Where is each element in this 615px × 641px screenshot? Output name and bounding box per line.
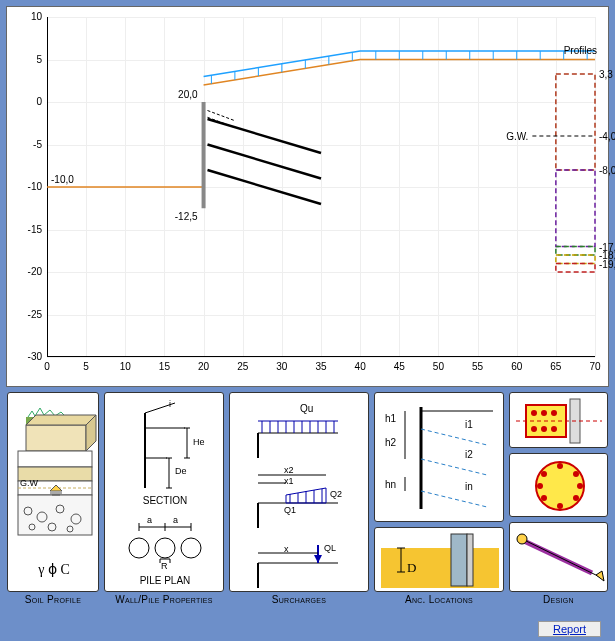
toolbox-row: G.W γ ϕ C Soil Profile i [6, 392, 609, 614]
y-tick: 0 [12, 96, 42, 107]
svg-line-114 [421, 491, 487, 507]
svg-point-129 [541, 426, 547, 432]
design-anchor-card[interactable] [509, 522, 608, 592]
embedment-icon [375, 528, 505, 593]
svg-text:-8,0: -8,0 [599, 165, 615, 176]
svg-point-144 [517, 534, 527, 544]
anc-label: Anc. Locations [374, 594, 504, 605]
hn-label: hn [385, 479, 396, 490]
x-tick: 35 [311, 361, 331, 372]
design-rect-icon [510, 393, 609, 449]
svg-text:G.W.: G.W. [506, 131, 528, 142]
y-tick: 5 [12, 54, 42, 65]
svg-point-139 [541, 495, 547, 501]
wall-pile-card[interactable]: i He De SECTION a a R PILE PLAN [104, 392, 224, 592]
he-label: He [193, 437, 205, 447]
a-label-2: a [173, 515, 178, 525]
svg-line-143 [518, 537, 600, 577]
a-label-1: a [147, 515, 152, 525]
svg-point-126 [541, 410, 547, 416]
x-tick: 70 [585, 361, 605, 372]
design-anchor-icon [510, 523, 609, 593]
plan-label: PILE PLAN [105, 575, 225, 586]
svg-line-20 [207, 119, 321, 153]
svg-point-140 [537, 483, 543, 489]
svg-rect-27 [556, 264, 595, 273]
svg-text:i: i [169, 399, 171, 409]
svg-text:-19,0: -19,0 [599, 259, 615, 270]
svg-text:20,0: 20,0 [178, 89, 198, 100]
embedment-card[interactable]: D [374, 527, 504, 592]
x2-label: x2 [284, 465, 294, 475]
i1-label: i1 [465, 419, 473, 430]
chart-overlay: 20,0-12,5-10,0ProfilesG.W.-4,03,3-8,0-17… [47, 17, 595, 357]
surcharges-card[interactable]: Qu Q1 Q2 QL x x1 x2 [229, 392, 369, 592]
x-tick: 50 [428, 361, 448, 372]
svg-rect-120 [467, 534, 473, 586]
svg-point-71 [129, 538, 149, 558]
surcharges-label: Surcharges [229, 594, 369, 605]
soil-profile-card[interactable]: G.W γ ϕ C [7, 392, 99, 592]
x-tick: 20 [194, 361, 214, 372]
surcharges-icon [230, 393, 370, 593]
svg-point-137 [573, 495, 579, 501]
x-tick: 55 [468, 361, 488, 372]
svg-marker-108 [314, 555, 322, 563]
y-tick: 10 [12, 11, 42, 22]
x-tick: 30 [272, 361, 292, 372]
svg-text:Profiles: Profiles [564, 45, 597, 56]
svg-text:3,3: 3,3 [599, 69, 613, 80]
anc-locations-card[interactable]: h1 h2 hn i1 i2 in [374, 392, 504, 522]
ql-label: QL [324, 543, 336, 553]
svg-marker-145 [596, 571, 604, 581]
design-rect-card[interactable] [509, 392, 608, 448]
svg-line-113 [421, 459, 487, 475]
y-tick: -10 [12, 181, 42, 192]
x-tick: 65 [546, 361, 566, 372]
x-tick: 10 [115, 361, 135, 372]
svg-line-112 [421, 429, 487, 445]
in-label: in [465, 481, 473, 492]
y-tick: -20 [12, 266, 42, 277]
y-tick: -5 [12, 139, 42, 150]
svg-rect-26 [556, 255, 595, 264]
svg-point-72 [155, 538, 175, 558]
x-tick: 25 [233, 361, 253, 372]
h2-label: h2 [385, 437, 396, 448]
design-circle-card[interactable] [509, 453, 608, 517]
svg-point-73 [181, 538, 201, 558]
svg-point-136 [577, 483, 583, 489]
svg-point-127 [551, 410, 557, 416]
svg-point-130 [551, 426, 557, 432]
svg-point-134 [557, 463, 563, 469]
svg-rect-25 [556, 247, 595, 256]
svg-line-21 [207, 145, 321, 179]
q2-label: Q2 [330, 489, 342, 499]
svg-point-128 [531, 426, 537, 432]
x-label: x [284, 544, 289, 554]
svg-rect-119 [451, 534, 467, 586]
svg-text:-12,5: -12,5 [175, 211, 198, 222]
y-tick: -25 [12, 309, 42, 320]
x-tick: 5 [76, 361, 96, 372]
i2-label: i2 [465, 449, 473, 460]
x-tick: 15 [154, 361, 174, 372]
soil-glyphs: γ ϕ C [8, 561, 100, 578]
svg-rect-118 [381, 548, 499, 588]
de-label: De [175, 466, 187, 476]
wall-pile-label: Wall/Pile Properties [104, 594, 224, 605]
y-tick: -15 [12, 224, 42, 235]
d-label: D [407, 560, 416, 576]
svg-rect-42 [26, 425, 86, 451]
svg-point-135 [573, 471, 579, 477]
r-label: R [161, 561, 168, 571]
report-button[interactable]: Report [538, 621, 601, 637]
svg-marker-43 [26, 415, 96, 425]
soil-profile-label: Soil Profile [7, 594, 99, 605]
gw-label: G.W [20, 478, 38, 488]
h1-label: h1 [385, 413, 396, 424]
qu-label: Qu [300, 403, 313, 414]
x1-label: x1 [284, 476, 294, 486]
svg-point-138 [557, 503, 563, 509]
svg-rect-45 [18, 451, 92, 467]
